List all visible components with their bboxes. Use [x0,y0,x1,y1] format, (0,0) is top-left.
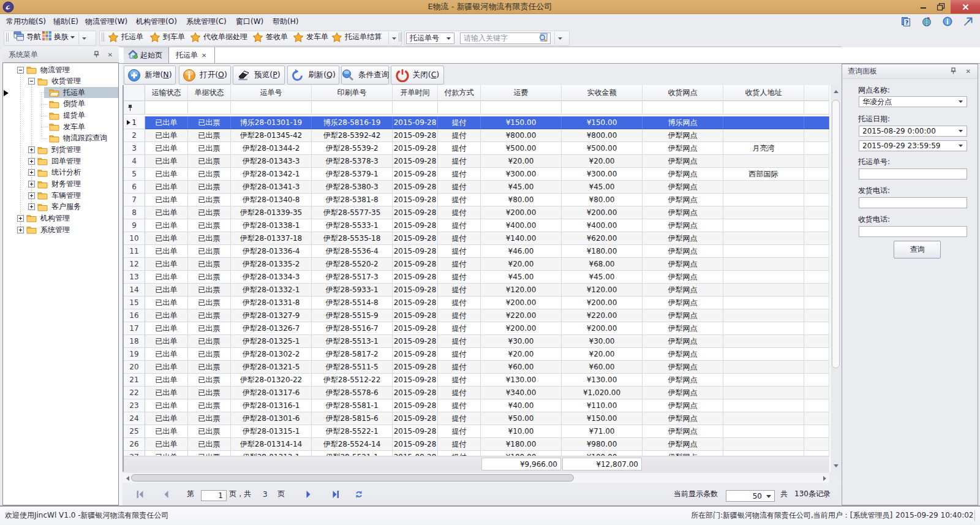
ribbon-refresh-button[interactable]: 刷新(Q) [287,66,339,85]
menu-item-6[interactable]: 帮助(H) [273,14,298,29]
menu-item-4[interactable]: 系统管理(C) [186,14,227,29]
site-combo[interactable]: 华凌分点 [859,96,967,107]
grid-row-23[interactable]: 23已出单已出票伊犁28-01316-1伊犁28-5581-12015-09-2… [124,399,829,412]
query-panel-close-icon[interactable]: ✕ [966,68,971,75]
favorite-item-4[interactable]: 发车单 [293,31,328,43]
favorite-item-2[interactable]: 代收单据处理 [190,31,247,43]
menu-item-1[interactable]: 辅助(E) [53,14,78,29]
expand-icon[interactable] [17,227,24,233]
grid-row-11[interactable]: 11已出单已出票伊犁28-01336-4伊犁28-5536-42015-09-2… [124,245,829,258]
tree-node-回单管理[interactable]: 回单管理 [28,156,83,167]
col-header-1[interactable]: 单据状态 [188,85,231,101]
expand-icon[interactable] [28,181,35,187]
waybill-no-input[interactable] [859,168,967,179]
grid-row-25[interactable]: 25已出单已出票伊犁28-01315-1伊犁28-5522-12015-09-2… [124,425,829,438]
ribbon-preview-button[interactable]: 预览(P) [233,66,285,85]
favorite-item-1[interactable]: 到车单 [150,31,185,43]
splitter[interactable] [119,64,123,505]
col-header-8[interactable]: 收货网点 [643,85,723,101]
expand-icon[interactable] [28,169,35,176]
next-page-button[interactable] [306,483,311,505]
query-panel-pin-icon[interactable] [951,67,956,76]
page-size-combo[interactable]: 50 [726,490,775,502]
page-number-input[interactable]: 1 [201,490,227,501]
collapse-icon[interactable] [17,67,24,74]
first-page-button[interactable] [137,483,146,505]
grid-row-5[interactable]: 5已出单已出票伊犁28-01342-1伊犁28-5379-12015-09-28… [124,168,829,181]
grid-row-22[interactable]: 22已出单已出票伊犁28-01317-6伊犁28-5578-62015-09-2… [124,387,829,399]
menu-item-3[interactable]: 机构管理(O) [136,14,177,29]
favorite-item-5[interactable]: 托运单结算 [332,31,382,43]
tree-node-提货单[interactable]: 提货单 [49,110,88,121]
vertical-scroll-thumb[interactable] [832,100,840,368]
col-header-0[interactable]: 运输状态 [145,85,188,101]
expand-icon[interactable] [28,146,35,153]
col-header-2[interactable]: 运单号 [231,85,312,101]
grid-row-18[interactable]: 18已出单已出票伊犁28-01325-1伊犁28-5513-12015-09-2… [124,335,829,348]
tree-node-财务管理[interactable]: 财务管理 [28,178,83,190]
col-header-9[interactable]: 收货人地址 [723,85,804,101]
query-button[interactable]: 查询 [894,241,941,259]
date-to-picker[interactable]: 2015-09-29 23:59:59 [859,140,967,151]
col-header-6[interactable]: 运费 [481,85,562,101]
filter-cell-0[interactable] [145,101,188,115]
filter-cell-9[interactable] [723,101,804,115]
grid-row-1[interactable]: 1已出单已出票博乐28-01301-19博乐28-5816-192015-09-… [124,116,829,129]
grid-row-20[interactable]: 20已出单已出票伊犁28-01321-5伊犁28-5511-52015-09-2… [124,361,829,374]
menu-item-2[interactable]: 物流管理(W) [85,14,127,29]
grid-row-4[interactable]: 4已出单已出票伊犁28-01343-3伊犁28-5378-32015-09-28… [124,155,829,168]
toolbar-grip-3[interactable] [399,32,401,42]
grid-row-10[interactable]: 10已出单已出票伊犁28-01337-18伊犁28-5535-182015-09… [124,232,829,245]
ribbon-query-button[interactable]: 条件查询 [341,66,389,85]
restore-button[interactable] [933,0,948,13]
filter-cell-7[interactable] [562,101,643,115]
col-header-7[interactable]: 实收金额 [562,85,643,101]
grid-row-13[interactable]: 13已出单已出票伊犁28-01334-3伊犁28-5517-32015-09-2… [124,271,829,284]
grid-row-21[interactable]: 21已出单已出票伊犁28-01320-22伊犁28-5512-222015-09… [124,374,829,387]
tab-home[interactable]: 起始页 [124,47,169,63]
favorite-item-0[interactable]: 托运单 [108,31,143,43]
scroll-left-arrow[interactable] [124,475,131,482]
grid-row-16[interactable]: 16已出单已出票伊犁28-01327-9伊犁28-5515-92015-09-2… [124,309,829,322]
info-icon[interactable] [943,17,952,28]
last-page-button[interactable] [330,483,339,505]
grid-row-14[interactable]: 14已出单已出票伊犁28-01332-1伊犁28-5933-12015-09-2… [124,284,829,296]
expand-icon[interactable] [28,192,35,199]
ribbon-close-button[interactable]: 关闭(C) [391,66,444,85]
scroll-right-arrow[interactable] [821,475,828,482]
horizontal-scroll-thumb[interactable] [131,474,574,482]
exit-icon[interactable] [963,17,973,28]
tree-node-到货管理[interactable]: 到货管理 [28,144,83,156]
grid-row-15[interactable]: 15已出单已出票伊犁28-01331-8伊犁28-5514-82015-09-2… [124,296,829,309]
toolbar-grip-1[interactable] [6,32,9,42]
grid-row-26[interactable]: 26已出单已出票伊犁28-01314-14伊犁28-5524-142015-09… [124,438,829,451]
grid-row-27[interactable]: 27已出单已出票伊犁28-01313-1伊犁28-5521-12015-09-2… [124,451,829,456]
keyword-search-input[interactable]: 请输入关键字 [460,32,551,44]
sidebar-close-icon[interactable]: ✕ [108,51,113,58]
grid-row-24[interactable]: 24已出单已出票伊犁28-01301-6伊犁28-5815-62015-09-2… [124,412,829,425]
globe-icon[interactable] [922,17,932,28]
skin-button[interactable]: 换肤 [42,31,75,43]
tab-close-icon[interactable]: ✕ [202,52,206,59]
grid-row-2[interactable]: 2已出单已出票伊犁28-01345-42伊犁28-5392-422015-09-… [124,129,829,142]
close-button[interactable] [951,0,980,13]
pager-refresh-icon[interactable] [355,483,363,505]
grid-row-9[interactable]: 9已出单已出票伊犁28-01338-1伊犁28-5533-12015-09-28… [124,219,829,232]
grid-row-3[interactable]: 3已出单已出票伊犁28-01344-2伊犁28-5539-22015-09-28… [124,142,829,155]
sidebar-pin-icon[interactable] [94,51,99,59]
filter-cell-5[interactable] [438,101,481,115]
tab-waybill[interactable]: 托运单 ✕ [170,47,215,63]
search-icon[interactable] [538,33,548,44]
grid-row-17[interactable]: 17已出单已出票伊犁28-01326-7伊犁28-5516-72015-09-2… [124,322,829,335]
help-book-icon[interactable]: ? [901,17,911,28]
date-from-picker[interactable]: 2015-08-29 0:00:00 [859,126,967,137]
horizontal-scrollbar[interactable] [123,472,829,483]
sender-phone-input[interactable] [859,197,967,208]
filter-cell-4[interactable] [393,101,438,115]
expand-icon[interactable] [17,215,24,222]
grid-row-7[interactable]: 7已出单已出票伊犁28-01340-8伊犁28-5381-82015-09-28… [124,194,829,206]
minimize-button[interactable] [916,0,931,13]
collapse-icon[interactable] [28,78,35,85]
tree-node-收货管理[interactable]: 收货管理 [28,75,83,87]
grid-row-12[interactable]: 12已出单已出票伊犁28-01335-2伊犁28-5520-22015-09-2… [124,258,829,271]
